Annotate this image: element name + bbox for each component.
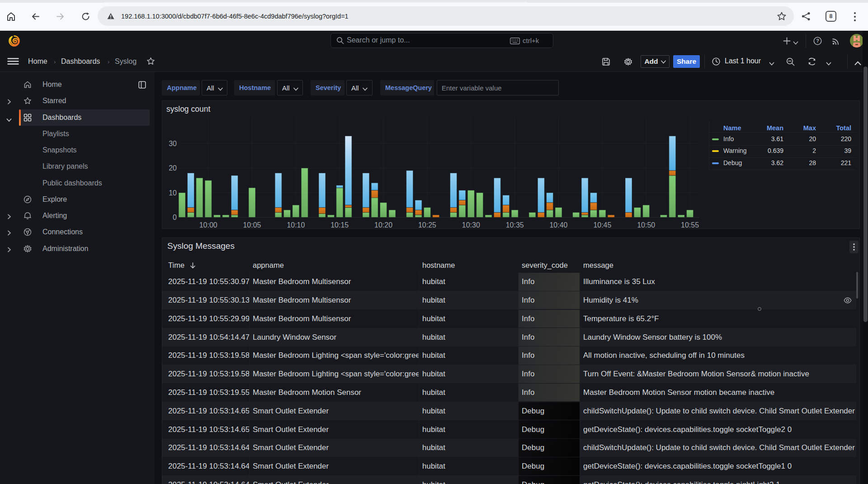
svg-text:10:30: 10:30 <box>462 221 480 229</box>
svg-text:10:55: 10:55 <box>681 221 699 229</box>
svg-text:10:45: 10:45 <box>593 221 611 229</box>
svg-text:20: 20 <box>169 164 177 172</box>
svg-text:0: 0 <box>173 214 177 221</box>
svg-text:30: 30 <box>169 140 177 147</box>
svg-text:10:50: 10:50 <box>637 221 655 229</box>
svg-text:10: 10 <box>169 189 177 197</box>
svg-text:10:10: 10:10 <box>287 221 305 229</box>
svg-text:10:25: 10:25 <box>418 221 436 229</box>
svg-text:10:00: 10:00 <box>199 221 217 229</box>
svg-text:10:20: 10:20 <box>374 221 392 229</box>
svg-text:10:15: 10:15 <box>330 221 349 229</box>
svg-text:10:05: 10:05 <box>243 221 261 229</box>
svg-text:10:40: 10:40 <box>549 221 567 229</box>
svg-text:10:35: 10:35 <box>506 221 524 229</box>
